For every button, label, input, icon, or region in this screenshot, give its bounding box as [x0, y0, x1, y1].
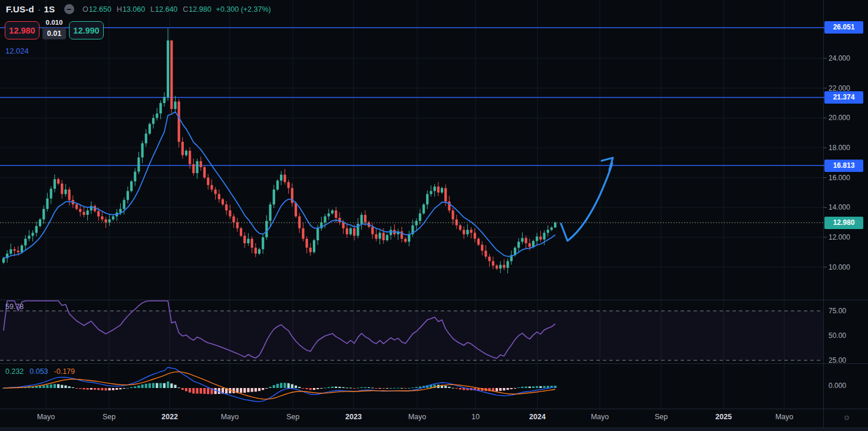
separator-dot: · [38, 5, 41, 14]
bottom-strip [0, 427, 868, 431]
trading-chart-app: F.US-d · 1S O12.650 H13.060 L12.640 C12.… [0, 0, 868, 431]
price-tick: 24.000 [829, 53, 866, 64]
price-tick: 14.000 [829, 202, 866, 213]
rsi-tick: 25.00 [829, 355, 866, 366]
level-lines [0, 28, 823, 165]
timeframe-label[interactable]: 1S [44, 4, 55, 14]
macd-line-value: 0.053 [29, 367, 48, 376]
time-label: Sep [286, 413, 299, 421]
drawing-price-label: 12.024 [5, 47, 29, 55]
macd-layer [2, 367, 556, 402]
time-label: Mayo [591, 413, 609, 421]
macd-signal-value: -0.179 [54, 367, 75, 376]
time-label: Mayo [221, 413, 239, 421]
high-value: H13.060 [117, 5, 145, 14]
arrow-drawing[interactable] [561, 158, 613, 241]
macd-values: 0.232 0.053 -0.179 [5, 367, 75, 376]
order-panel: 12.980 0.010 0.01 12.990 [5, 21, 104, 39]
time-label: Mayo [37, 413, 55, 421]
chart-canvas[interactable] [0, 0, 868, 431]
ma-line [4, 112, 555, 258]
rsi-value: 59.78 [5, 303, 24, 311]
time-label: 2023 [345, 413, 362, 421]
price-tick: 18.000 [829, 142, 866, 153]
collapse-icon[interactable] [64, 4, 74, 14]
time-label: 2025 [715, 413, 732, 421]
pane-separators [0, 0, 868, 427]
spread-value: 0.01 [42, 28, 66, 39]
time-label: 2024 [529, 413, 546, 421]
level-price-label[interactable]: 26.051 [824, 21, 863, 34]
macd-tick: 0.000 [829, 380, 866, 391]
time-axis[interactable]: Mayo Sep 2022 Mayo Sep 2023 Mayo 10 2024… [0, 409, 868, 427]
time-label: 2022 [161, 413, 178, 421]
price-tick: 20.000 [829, 112, 866, 123]
time-label: Mayo [775, 413, 794, 421]
spread-points: 0.010 [46, 18, 63, 27]
open-value: O12.650 [82, 5, 111, 14]
level-price-label[interactable]: 21.374 [824, 91, 863, 104]
spread-block: 0.010 0.01 [40, 18, 68, 39]
sun-icon[interactable]: ☼ [843, 412, 851, 422]
time-label: Sep [655, 413, 668, 421]
rsi-tick: 75.00 [829, 306, 866, 316]
symbol-header: F.US-d · 1S O12.650 H13.060 L12.640 C12.… [6, 4, 271, 14]
time-label: Mayo [408, 413, 427, 421]
macd-hist-value: 0.232 [5, 367, 24, 376]
price-tick: 16.000 [829, 173, 866, 183]
time-label: 10 [471, 413, 480, 421]
ohlc-readout: O12.650 H13.060 L12.640 C12.980 [82, 5, 212, 14]
close-value: C12.980 [183, 5, 211, 14]
sell-button[interactable]: 12.980 [5, 21, 39, 39]
buy-button[interactable]: 12.990 [69, 21, 104, 39]
rsi-tick: 50.00 [829, 330, 866, 341]
candles-layer [2, 28, 556, 273]
time-label: Sep [103, 413, 115, 421]
price-tick: 10.000 [829, 262, 866, 273]
current-price-label: 12.980 [824, 217, 863, 229]
price-tick: 12.000 [829, 232, 866, 243]
price-axis[interactable]: 24.000 22.000 20.000 18.000 16.000 14.00… [824, 0, 868, 427]
level-price-label[interactable]: 16.813 [824, 160, 863, 172]
symbol-name[interactable]: F.US-d [6, 4, 34, 14]
low-value: L12.640 [150, 5, 177, 14]
change-readout: +0.300 (+2.37%) [216, 5, 271, 14]
